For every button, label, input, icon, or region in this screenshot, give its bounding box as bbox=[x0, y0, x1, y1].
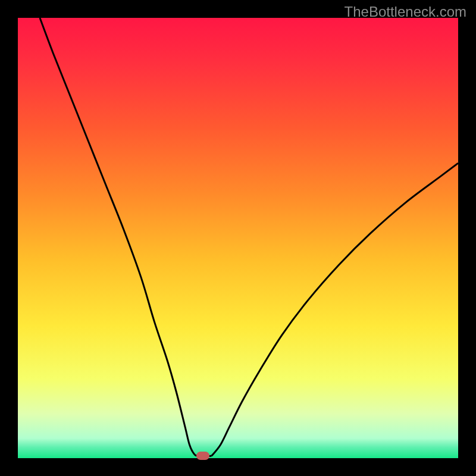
chart-frame: TheBottleneck.com bbox=[0, 0, 476, 476]
bottleneck-chart bbox=[18, 18, 458, 458]
watermark-text: TheBottleneck.com bbox=[345, 4, 466, 20]
minimum-marker bbox=[196, 452, 209, 460]
gradient-background bbox=[18, 18, 458, 458]
